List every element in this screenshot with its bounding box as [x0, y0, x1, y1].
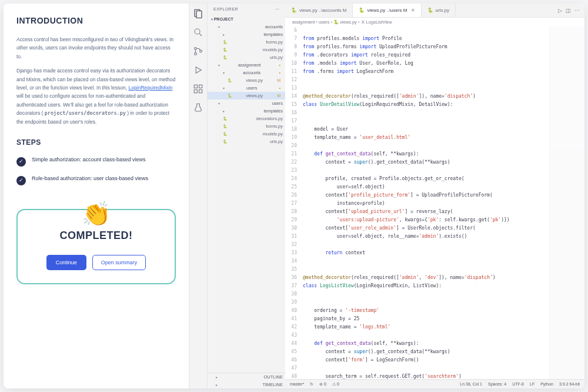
svg-point-6: [200, 50, 202, 52]
extensions-icon[interactable]: [193, 84, 203, 94]
folder-accounts[interactable]: accounts•: [208, 69, 285, 77]
step-1-text: Simple authorization: account class-base…: [32, 156, 146, 167]
timeline-section[interactable]: TIMELINE: [208, 381, 285, 388]
svg-point-5: [195, 53, 197, 55]
lesson-paragraph-1: Access control has been misconfigured in…: [16, 35, 176, 61]
folder-templates[interactable]: templates: [208, 107, 285, 115]
eol[interactable]: LF: [530, 382, 534, 386]
file-urls-py[interactable]: urls.py: [208, 138, 285, 145]
warnings-count[interactable]: ⚠ 0: [332, 382, 339, 387]
folder-templates[interactable]: templates: [208, 31, 285, 38]
explorer-header: EXPLORER ⋯: [208, 4, 285, 15]
run-icon[interactable]: ▷: [558, 8, 562, 14]
svg-rect-11: [199, 90, 202, 93]
file-urls-py[interactable]: urls.py: [208, 54, 285, 61]
language-mode[interactable]: Python: [540, 382, 553, 386]
continue-button[interactable]: Continue: [46, 255, 86, 270]
tab-actions: ▷ ◫ ⋯: [558, 4, 584, 17]
check-icon: ✓: [16, 176, 26, 185]
file-views-py[interactable]: views.pyM: [208, 77, 285, 84]
step-2: ✓ Role-based authorization: user class-b…: [16, 175, 176, 185]
folder-users[interactable]: users: [208, 99, 285, 107]
lesson-title: INTRODUCTION: [16, 14, 176, 28]
search-icon[interactable]: [193, 27, 203, 38]
folder-accounts[interactable]: accounts: [208, 23, 285, 31]
source-control-icon[interactable]: [193, 46, 203, 57]
svg-line-3: [199, 34, 202, 36]
file-models-py[interactable]: models.py: [208, 130, 285, 138]
file-tree: accountstemplatesforms.pymodels.pyurls.p…: [208, 23, 285, 373]
git-branch[interactable]: master*: [290, 382, 304, 387]
svg-marker-7: [196, 67, 201, 74]
explorer-panel: EXPLORER ⋯ PROJECT accountstemplatesform…: [208, 4, 285, 388]
testing-icon[interactable]: [193, 102, 203, 113]
activity-bar: [189, 4, 208, 388]
svg-point-4: [195, 48, 197, 50]
split-icon[interactable]: ◫: [566, 8, 571, 14]
clap-icon: 👏: [82, 194, 111, 234]
errors-count[interactable]: ⊘ 0: [319, 382, 326, 387]
login-required-mixin-link[interactable]: LoginRequiredMixin: [128, 85, 172, 91]
code-body[interactable]: from profiles.models import Profilefrom …: [300, 26, 584, 379]
file-models-py[interactable]: models.py: [208, 46, 285, 54]
svg-rect-1: [196, 11, 202, 18]
editor-tabs: 🐍views.py ..\accounts M🐍views.py ..\user…: [285, 4, 584, 18]
file-forms-py[interactable]: forms.py: [208, 38, 285, 46]
svg-rect-8: [194, 85, 197, 88]
more-icon[interactable]: ⋯: [574, 8, 580, 14]
lesson-panel: INTRODUCTION Access control has been mis…: [4, 4, 189, 388]
project-section[interactable]: PROJECT: [208, 15, 285, 23]
minimap[interactable]: [549, 26, 584, 379]
indentation[interactable]: Spaces: 4: [488, 382, 506, 386]
sync-icon[interactable]: ↻: [310, 382, 313, 387]
editor-tab[interactable]: 🐍views.py ..\accounts M: [285, 4, 353, 17]
status-bar: master* ↻ ⊘ 0 ⚠ 0 Ln 38, Col 1 Spaces: 4…: [285, 379, 584, 388]
python-version[interactable]: 3.9.2 64-bit: [559, 382, 580, 386]
editor-tab[interactable]: 🐍views.py ..\users M✕: [353, 4, 421, 17]
completed-card: 👏 COMPLETED! Continue Open summary: [16, 209, 176, 285]
lesson-paragraph-2: Django has made access control easy via …: [16, 67, 176, 126]
svg-point-2: [195, 29, 200, 34]
explorer-icon[interactable]: [193, 8, 203, 19]
svg-rect-9: [199, 85, 202, 88]
code-editor[interactable]: 6789101112131415161718192021222324252627…: [285, 26, 584, 379]
file-views-py[interactable]: views.pyM: [208, 92, 285, 99]
decorators-path-code: project/users/decorators.py: [45, 110, 126, 116]
outline-section[interactable]: OUTLINE: [208, 373, 285, 381]
svg-rect-10: [194, 90, 197, 93]
file-decorators-py[interactable]: decorators.py: [208, 115, 285, 122]
open-summary-button[interactable]: Open summary: [92, 255, 146, 270]
close-icon[interactable]: ✕: [411, 8, 415, 13]
step-2-text: Role-based authorization: user class-bas…: [32, 175, 148, 185]
folder-users[interactable]: users•: [208, 84, 285, 92]
line-numbers: 6789101112131415161718192021222324252627…: [285, 26, 300, 379]
editor-area: 🐍views.py ..\accounts M🐍views.py ..\user…: [285, 4, 584, 388]
steps-title: STEPS: [16, 137, 176, 148]
file-forms-py[interactable]: forms.py: [208, 122, 285, 130]
editor-tab[interactable]: 🐍urls.py: [422, 4, 456, 17]
run-debug-icon[interactable]: [193, 65, 203, 75]
breadcrumb[interactable]: assignment › users › 🐍 views.py › ⨯ Logs…: [285, 18, 584, 26]
cursor-position[interactable]: Ln 38, Col 1: [460, 382, 482, 386]
explorer-more-icon[interactable]: ⋯: [275, 7, 280, 12]
encoding[interactable]: UTF-8: [512, 382, 524, 386]
step-1: ✓ Simple authorization: account class-ba…: [16, 156, 176, 167]
check-icon: ✓: [16, 157, 26, 167]
folder-assignment[interactable]: assignment•: [208, 61, 285, 69]
explorer-title: EXPLORER: [213, 7, 238, 12]
